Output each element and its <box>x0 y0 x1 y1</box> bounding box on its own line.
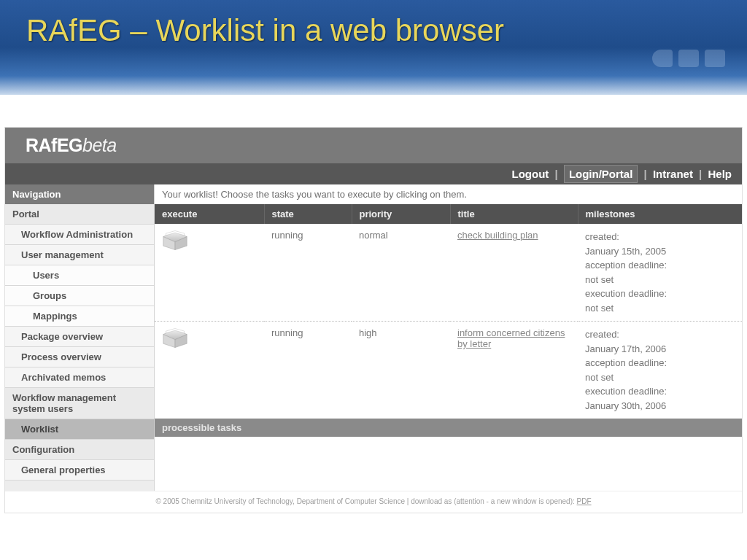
main-area: Navigation PortalWorkflow Administration… <box>5 184 742 491</box>
sidebar-item-archivated-memos[interactable]: Archivated memos <box>5 368 154 388</box>
sidebar: Navigation PortalWorkflow Administration… <box>5 184 155 491</box>
col-state[interactable]: state <box>264 204 352 224</box>
task-title-link[interactable]: check building plan <box>457 230 538 241</box>
sidebar-item-package-overview[interactable]: Package overview <box>5 327 154 347</box>
content-pane: Your worklist! Choose the tasks you want… <box>155 184 742 491</box>
brand-suffix: beta <box>82 135 117 155</box>
brand-bar: RAfEGbeta <box>5 128 742 163</box>
sidebar-header: Navigation <box>5 184 154 204</box>
logout-link[interactable]: Logout <box>512 168 549 180</box>
brand-name: RAfEG <box>26 135 82 155</box>
task-state: running <box>264 322 352 419</box>
sidebar-item-user-management[interactable]: User management <box>5 245 154 265</box>
decorative-squares <box>652 50 725 67</box>
sidebar-item-configuration[interactable]: Configuration <box>5 440 154 460</box>
footer-text: © 2005 Chemnitz University of Technology… <box>155 497 576 505</box>
col-priority[interactable]: priority <box>352 204 450 224</box>
slide-header: RAfEG – Worklist in a web browser <box>0 0 747 95</box>
app-container: RAfEGbeta Logout | Login/Portal | Intran… <box>4 127 743 513</box>
col-title[interactable]: title <box>450 204 578 224</box>
processible-tasks-bar: processible tasks <box>155 419 742 437</box>
task-milestones: created:January 17th, 2006acception dead… <box>578 322 742 419</box>
sidebar-item-groups[interactable]: Groups <box>5 286 154 306</box>
col-milestones[interactable]: milestones <box>578 204 742 224</box>
footer: © 2005 Chemnitz University of Technology… <box>5 491 742 513</box>
footer-pdf-link[interactable]: PDF <box>577 497 592 505</box>
sidebar-item-process-overview[interactable]: Process overview <box>5 347 154 368</box>
intranet-link[interactable]: Intranet <box>653 168 693 180</box>
task-milestones: created:January 15th, 2005acception dead… <box>578 224 742 322</box>
table-row: runninghighinform concerned citizens by … <box>155 322 742 419</box>
sidebar-item-worklist[interactable]: Worklist <box>5 419 154 440</box>
instruction-text: Your worklist! Choose the tasks you want… <box>155 184 742 204</box>
task-state: running <box>264 224 352 322</box>
sidebar-item-mappings[interactable]: Mappings <box>5 306 154 327</box>
execute-icon[interactable] <box>162 327 188 349</box>
top-nav: Logout | Login/Portal | Intranet | Help <box>5 163 742 184</box>
task-title-link[interactable]: inform concerned citizens by letter <box>457 327 565 349</box>
task-priority: normal <box>352 224 450 322</box>
worklist-table: execute state priority title milestones … <box>155 204 742 419</box>
help-link[interactable]: Help <box>708 168 732 180</box>
sidebar-item-workflow-administration[interactable]: Workflow Administration <box>5 225 154 245</box>
sidebar-item-portal[interactable]: Portal <box>5 204 154 225</box>
col-execute[interactable]: execute <box>155 204 264 224</box>
table-row: runningnormalcheck building plancreated:… <box>155 224 742 322</box>
execute-icon[interactable] <box>162 230 188 252</box>
brand-logo: RAfEGbeta <box>26 135 117 155</box>
slide-title: RAfEG – Worklist in a web browser <box>26 13 721 48</box>
sidebar-item-workflow-management-system-users[interactable]: Workflow management system users <box>5 388 154 419</box>
login-portal-link[interactable]: Login/Portal <box>564 165 638 183</box>
sidebar-item-general-properties[interactable]: General properties <box>5 460 154 481</box>
sidebar-item-users[interactable]: Users <box>5 265 154 286</box>
task-priority: high <box>352 322 450 419</box>
